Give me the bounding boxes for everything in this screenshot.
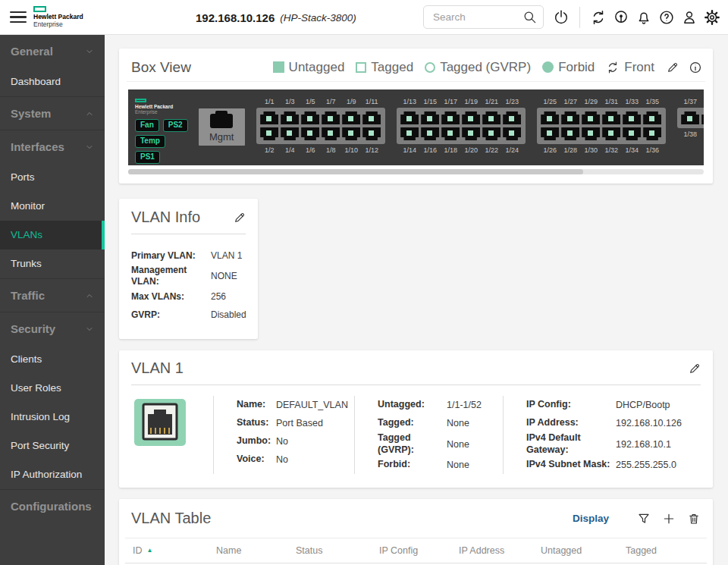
vlan-table-title: VLAN Table	[131, 510, 211, 527]
port-label: 1/18	[441, 146, 460, 155]
untagged-marker	[328, 116, 333, 121]
edit-icon[interactable]	[234, 212, 246, 224]
port-1-32[interactable]	[602, 127, 620, 140]
column-header-id[interactable]: ID▲	[133, 545, 216, 556]
port-1-12[interactable]	[362, 127, 381, 140]
port-1-34[interactable]	[623, 127, 641, 140]
edit-icon[interactable]	[667, 61, 679, 74]
sidebar-section-interfaces[interactable]: Interfaces	[0, 130, 105, 163]
port-1-39[interactable]	[701, 111, 704, 124]
port-1-28[interactable]	[561, 127, 579, 140]
port-label: 1/22	[482, 146, 501, 155]
port-1-8[interactable]	[322, 127, 340, 140]
search-input[interactable]	[433, 11, 522, 23]
port-1-11[interactable]	[362, 111, 381, 124]
port-1-13[interactable]	[400, 111, 419, 124]
sidebar-item-intrusion-log[interactable]: Intrusion Log	[0, 403, 105, 432]
port-1-3[interactable]	[281, 111, 299, 124]
port-1-29[interactable]	[582, 111, 600, 124]
port-1-2[interactable]	[260, 127, 278, 140]
port-1-4[interactable]	[281, 127, 299, 140]
column-header-tagged[interactable]: Tagged	[626, 545, 707, 556]
port-1-31[interactable]	[602, 111, 620, 124]
mgmt-port[interactable]: Mgmt	[199, 108, 245, 146]
port-1-16[interactable]	[421, 127, 439, 140]
port-1-14[interactable]	[400, 127, 419, 140]
field-row-ip-config: IP Config:DHCP/Bootp	[526, 396, 701, 414]
port-label: 1/14	[400, 146, 419, 155]
sidebar-item-ip-authorization[interactable]: IP Authorization	[0, 460, 105, 489]
sidebar-section-security[interactable]: Security	[0, 312, 105, 345]
port-1-25[interactable]	[541, 111, 559, 124]
hpe-logo-mark	[135, 99, 146, 102]
user-icon[interactable]	[681, 9, 698, 26]
column-header-untagged[interactable]: Untagged	[541, 545, 626, 556]
filter-icon[interactable]	[637, 512, 651, 526]
sidebar-item-dashboard[interactable]: Dashboard	[0, 67, 105, 96]
port-1-7[interactable]	[322, 111, 340, 124]
switch-scrollbar-thumb[interactable]	[128, 169, 583, 174]
port-label: 1/6	[301, 146, 320, 155]
port-1-33[interactable]	[623, 111, 641, 124]
port-1-27[interactable]	[561, 111, 579, 124]
field-label: Primary VLAN:	[131, 250, 211, 262]
search-icon[interactable]	[522, 10, 537, 24]
sidebar-item-trunks[interactable]: Trunks	[0, 250, 105, 278]
port-1-36[interactable]	[643, 127, 661, 140]
port-1-22[interactable]	[482, 127, 500, 140]
field-value: 192.168.10.1	[616, 439, 701, 450]
add-icon[interactable]	[662, 512, 676, 526]
location-icon[interactable]	[613, 9, 629, 26]
port-1-5[interactable]	[301, 111, 319, 124]
search-box[interactable]	[423, 5, 544, 29]
refresh-icon[interactable]	[590, 9, 607, 26]
column-header-status[interactable]: Status	[296, 545, 379, 556]
help-icon[interactable]	[658, 9, 675, 26]
column-header-ip-address[interactable]: IP Address	[459, 545, 541, 556]
edit-icon[interactable]	[689, 363, 701, 375]
port-labels-top: 1/131/151/171/191/211/23	[397, 97, 526, 106]
port-1-15[interactable]	[421, 111, 439, 124]
sidebar-section-system[interactable]: System	[0, 96, 105, 130]
sidebar-section-general[interactable]: General	[0, 35, 105, 67]
sidebar-item-vlans[interactable]: VLANs	[0, 221, 105, 250]
vlan-table-actions: Display	[573, 512, 701, 526]
sidebar-section-configurations[interactable]: Configurations	[0, 489, 105, 523]
port-1-6[interactable]	[301, 127, 319, 140]
sidebar-item-port-security[interactable]: Port Security	[0, 432, 105, 460]
port-group-3: 1/251/271/291/311/331/351/261/281/301/32…	[537, 89, 666, 165]
vlan-detail-card: VLAN 1 Name:DEFAULT_VLANStatus:Port Base…	[119, 350, 713, 488]
port-1-21[interactable]	[482, 111, 500, 124]
sidebar-section-traffic[interactable]: Traffic	[0, 278, 105, 312]
column-header-name[interactable]: Name	[216, 545, 296, 556]
port-1-1[interactable]	[260, 111, 278, 124]
port-1-20[interactable]	[462, 127, 480, 140]
port-1-30[interactable]	[582, 127, 600, 140]
legend-item-front[interactable]: Front	[606, 60, 654, 75]
port-1-9[interactable]	[342, 111, 360, 124]
port-1-10[interactable]	[342, 127, 360, 140]
port-1-35[interactable]	[643, 111, 661, 124]
bell-icon[interactable]	[635, 9, 652, 26]
delete-icon[interactable]	[687, 512, 701, 526]
sidebar-item-clients[interactable]: Clients	[0, 345, 105, 374]
power-icon[interactable]	[553, 9, 570, 26]
gear-icon[interactable]	[704, 9, 720, 26]
port-1-24[interactable]	[503, 127, 521, 140]
untagged-marker	[307, 116, 312, 121]
sidebar-item-monitor[interactable]: Monitor	[0, 192, 105, 221]
port-1-19[interactable]	[462, 111, 480, 124]
port-1-18[interactable]	[441, 127, 460, 140]
switch-scrollbar[interactable]	[128, 169, 704, 174]
legend-label: Tagged (GVRP)	[440, 60, 531, 75]
port-1-26[interactable]	[541, 127, 559, 140]
port-1-23[interactable]	[503, 111, 521, 124]
port-1-37[interactable]	[681, 111, 699, 124]
column-header-ip-config[interactable]: IP Config	[379, 545, 459, 556]
menu-icon[interactable]	[0, 0, 36, 35]
sidebar-item-ports[interactable]: Ports	[0, 163, 105, 192]
sidebar-item-user-roles[interactable]: User Roles	[0, 374, 105, 403]
port-1-17[interactable]	[441, 111, 460, 124]
display-dropdown[interactable]: Display	[573, 513, 626, 524]
info-icon[interactable]	[689, 61, 702, 74]
